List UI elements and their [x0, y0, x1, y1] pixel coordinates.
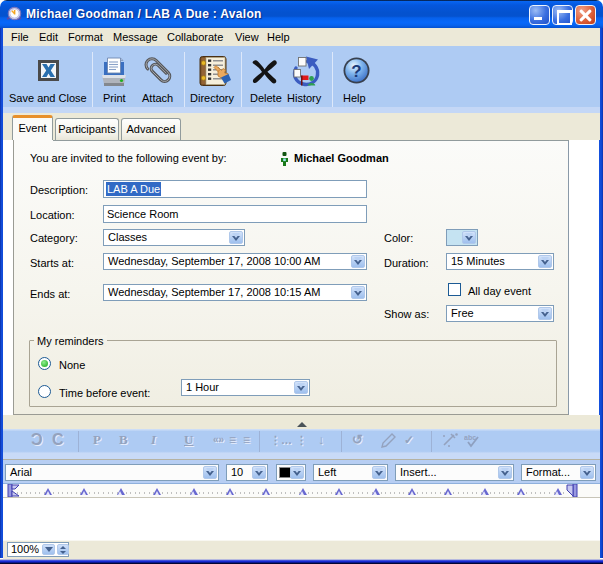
svg-text:?: ?: [351, 62, 361, 81]
svg-text:abc: abc: [464, 434, 476, 441]
